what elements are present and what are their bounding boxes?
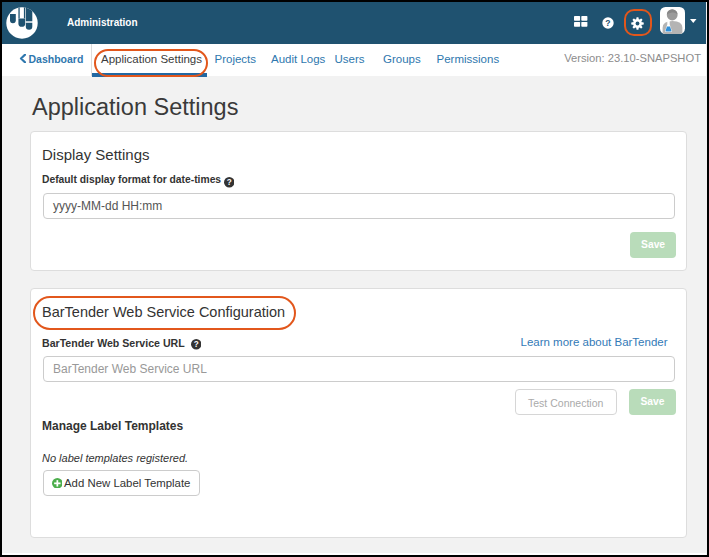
svg-text:?: ? <box>226 179 231 188</box>
svg-text:?: ? <box>193 340 198 349</box>
svg-text:?: ? <box>605 18 610 28</box>
